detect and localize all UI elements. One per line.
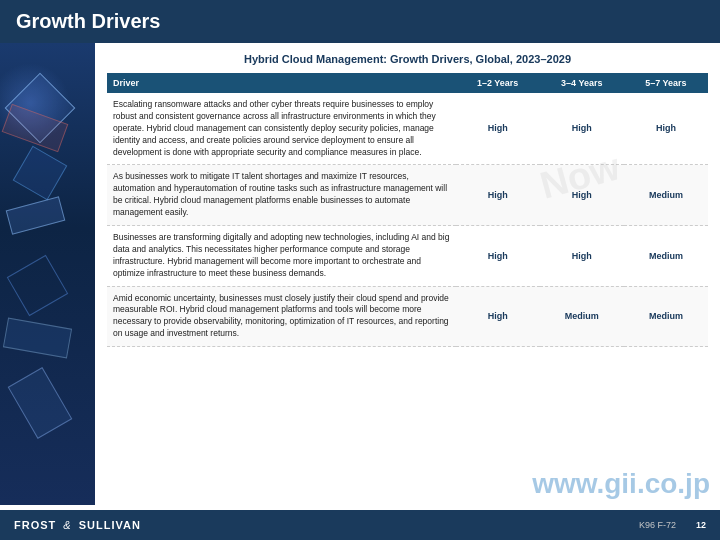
footer-code: K96 F-72 (639, 520, 676, 530)
row-3-y3-4: Medium (540, 286, 624, 347)
row-2-y5-7: Medium (624, 226, 708, 287)
row-3-y1-2: High (456, 286, 540, 347)
col-header-driver: Driver (107, 73, 456, 93)
col-header-5-7: 5–7 Years (624, 73, 708, 93)
table-subtitle: Hybrid Cloud Management: Growth Drivers,… (107, 53, 708, 65)
row-2-y3-4: High (540, 226, 624, 287)
content-area: Hybrid Cloud Management: Growth Drivers,… (95, 43, 720, 505)
footer-ampersand: & (63, 519, 71, 531)
table-row: Businesses are transforming digitally an… (107, 226, 708, 287)
geo-decoration-3 (13, 146, 68, 201)
geo-decoration-4 (6, 196, 66, 234)
row-3-y5-7: Medium (624, 286, 708, 347)
row-1-y5-7: Medium (624, 165, 708, 226)
geo-decoration-5 (7, 255, 68, 316)
col-header-1-2: 1–2 Years (456, 73, 540, 93)
row-0-y3-4: High (540, 93, 624, 165)
page-title: Growth Drivers (16, 10, 160, 33)
row-2-y1-2: High (456, 226, 540, 287)
table-row: Amid economic uncertainty, businesses mu… (107, 286, 708, 347)
geo-decoration-6 (3, 318, 72, 359)
footer-brand: FROST & SULLIVAN (14, 519, 141, 531)
col-header-3-4: 3–4 Years (540, 73, 624, 93)
page-header: Growth Drivers (0, 0, 720, 43)
row-0-y5-7: High (624, 93, 708, 165)
sidebar-image (0, 43, 95, 505)
row-1-driver: As businesses work to mitigate IT talent… (107, 165, 456, 226)
table-header-row: Driver 1–2 Years 3–4 Years 5–7 Years (107, 73, 708, 93)
row-2-driver: Businesses are transforming digitally an… (107, 226, 456, 287)
table-body: Escalating ransomware attacks and other … (107, 93, 708, 347)
table-row: As businesses work to mitigate IT talent… (107, 165, 708, 226)
row-0-driver: Escalating ransomware attacks and other … (107, 93, 456, 165)
row-3-driver: Amid economic uncertainty, businesses mu… (107, 286, 456, 347)
footer-page: 12 (696, 520, 706, 530)
row-1-y3-4: High (540, 165, 624, 226)
growth-drivers-table: Driver 1–2 Years 3–4 Years 5–7 Years Esc… (107, 73, 708, 347)
geo-decoration-7 (8, 367, 73, 439)
footer-right: K96 F-72 12 (639, 520, 706, 530)
main-content: Hybrid Cloud Management: Growth Drivers,… (0, 43, 720, 505)
row-0-y1-2: High (456, 93, 540, 165)
table-row: Escalating ransomware attacks and other … (107, 93, 708, 165)
page-footer: FROST & SULLIVAN K96 F-72 12 (0, 510, 720, 540)
row-1-y1-2: High (456, 165, 540, 226)
